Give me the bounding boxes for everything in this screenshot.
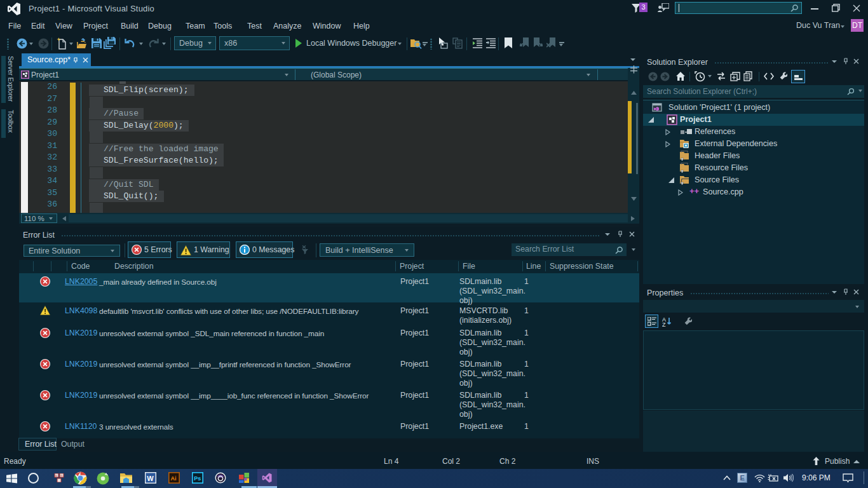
svg-text:u: u — [55, 473, 57, 477]
svg-text:n: n — [60, 473, 62, 477]
svg-text:W: W — [147, 475, 154, 482]
svg-text:Ps: Ps — [194, 475, 201, 482]
svg-text:Z: Z — [662, 322, 666, 327]
svg-text:Ai: Ai — [170, 475, 176, 482]
